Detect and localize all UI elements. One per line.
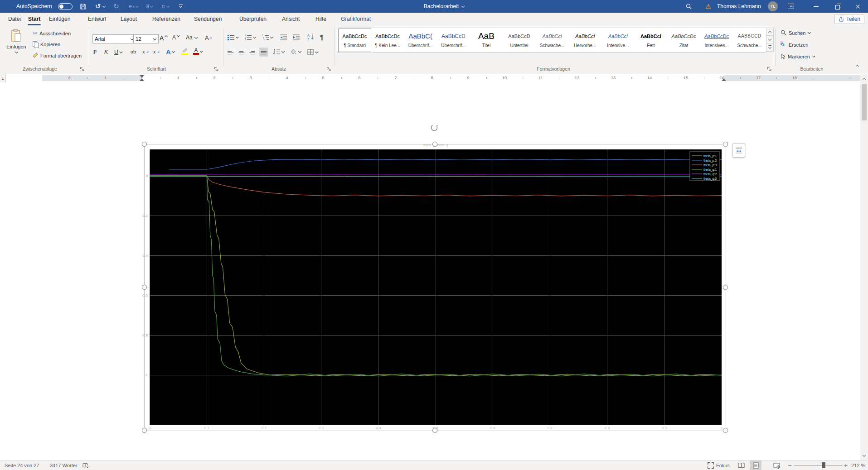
align-right-button[interactable] (249, 49, 255, 55)
share-button[interactable]: Teilen (834, 14, 864, 24)
ribbon-display-options-icon[interactable] (788, 0, 794, 13)
tab-entwurf[interactable]: Entwurf (86, 13, 108, 25)
minimize-button[interactable] (805, 0, 826, 13)
shading-button[interactable] (290, 49, 301, 55)
cut-button[interactable]: ✂Ausschneiden (33, 30, 71, 37)
scroll-up-button[interactable] (860, 75, 868, 82)
styles-dialog-launcher[interactable] (767, 67, 772, 72)
embedded-chart[interactable]: theta_p:1theta_p:2theta_p:3theta_q:1thet… (150, 149, 722, 425)
customize-quick-access-icon[interactable] (179, 0, 183, 13)
font-size-select[interactable]: 12 (133, 34, 159, 43)
underline-button[interactable]: U (114, 49, 122, 55)
style-item-keinlee[interactable]: AaBbCcDc¶ Kein Lee... (371, 29, 404, 52)
tab-grafikformat[interactable]: Grafikformat (339, 13, 373, 25)
selection-handle[interactable] (142, 428, 147, 433)
format-painter-button[interactable]: Format übertragen (33, 53, 82, 58)
document-title[interactable]: Bachelorarbeit (399, 0, 490, 13)
grow-font-button[interactable]: A (160, 34, 168, 42)
web-layout-button[interactable] (771, 460, 782, 470)
tab-ueberpruefen[interactable]: Überprüfen (238, 13, 268, 25)
numbering-button[interactable]: 123 (245, 34, 256, 40)
font-dialog-launcher[interactable] (214, 67, 219, 72)
read-mode-button[interactable] (735, 460, 747, 470)
multilevel-list-button[interactable]: 1ai (262, 34, 273, 40)
shrink-font-button[interactable]: A (172, 34, 180, 41)
save-icon[interactable] (80, 0, 87, 13)
selection-handle[interactable] (432, 428, 437, 433)
selection-handle[interactable] (723, 142, 728, 147)
font-color-button[interactable]: A (193, 48, 203, 55)
print-layout-button[interactable] (750, 460, 761, 470)
find-button[interactable]: Suchen (781, 30, 811, 36)
selection-handle[interactable] (723, 285, 728, 290)
justify-button[interactable] (259, 48, 268, 57)
hanging-indent-marker[interactable] (140, 78, 144, 81)
tab-einfuegen[interactable]: Einfügen (47, 13, 72, 25)
font-name-select[interactable]: Arial (92, 34, 136, 43)
align-center-button[interactable] (238, 49, 244, 55)
scrollbar-thumb[interactable] (862, 84, 867, 120)
selection-handle[interactable] (723, 428, 728, 433)
subscript-button[interactable]: x2 (142, 49, 149, 54)
borders-button[interactable] (307, 49, 318, 55)
text-effects-button[interactable]: A (166, 48, 175, 56)
paste-button[interactable]: Einfügen (5, 29, 28, 54)
tab-sendungen[interactable]: Sendungen (192, 13, 223, 25)
restore-button[interactable] (827, 0, 848, 13)
zoom-out-button[interactable]: − (788, 460, 791, 470)
undo-button[interactable]: ↺ (95, 0, 106, 13)
clear-formatting-button[interactable]: A◊ (205, 34, 212, 41)
highlight-button[interactable] (181, 48, 188, 55)
paragraph-dialog-launcher[interactable] (326, 67, 331, 72)
style-gallery-more-button[interactable] (766, 43, 774, 52)
focus-mode-button[interactable]: Fokus (708, 460, 730, 470)
close-button[interactable] (847, 0, 868, 13)
zoom-slider-thumb[interactable] (822, 462, 825, 468)
proofing-status-icon[interactable] (82, 460, 89, 470)
collapse-ribbon-button[interactable] (856, 64, 859, 67)
show-paragraph-marks-button[interactable]: ¶ (320, 34, 324, 41)
style-item-zitat[interactable]: AaBbCcDcZitat (667, 29, 700, 52)
style-item-untertitel[interactable]: AaBbCcDUntertitel (503, 29, 536, 52)
selection-handle[interactable] (142, 142, 147, 147)
layout-options-button[interactable] (732, 143, 745, 158)
scroll-down-button[interactable] (860, 452, 868, 459)
first-line-indent-marker[interactable] (140, 75, 144, 78)
style-item-intensive[interactable]: AaBbCclIntensive... (601, 29, 635, 52)
horizontal-ruler[interactable]: L 21123456789101112131415161718 (0, 74, 868, 82)
style-item-berschrif[interactable]: AaBbC(Überschrif... (404, 29, 437, 52)
right-indent-marker[interactable] (722, 78, 726, 81)
page-indicator[interactable]: Seite 24 von 27 (5, 460, 39, 470)
style-item-schwache[interactable]: AaBbCclSchwache... (536, 29, 569, 52)
rotate-handle[interactable] (430, 123, 439, 134)
strikethrough-button[interactable]: ab (131, 49, 136, 54)
search-icon[interactable] (685, 0, 692, 13)
bold-button[interactable]: F (93, 49, 97, 55)
user-name[interactable]: Thomas Lehmann (717, 0, 761, 13)
bullets-button[interactable] (228, 34, 239, 40)
avatar[interactable]: TL (768, 0, 778, 13)
tab-start[interactable]: Start (26, 13, 42, 25)
tab-ansicht[interactable]: Ansicht (280, 13, 301, 25)
increase-indent-button[interactable] (293, 34, 300, 40)
align-left-button[interactable] (228, 49, 233, 55)
style-item-intensives[interactable]: AaBbCcDcIntensives... (700, 29, 733, 52)
style-item-hervorhe[interactable]: AaBbCclHervorhe... (568, 29, 601, 52)
replace-button[interactable]: bc⟲ Ersetzen (781, 42, 808, 48)
style-item-schwache[interactable]: AABBCCDSchwache... (733, 29, 766, 52)
zoom-slider[interactable] (794, 460, 842, 470)
italic-button[interactable]: K (104, 49, 108, 55)
zoom-percentage[interactable]: 212 % (851, 460, 865, 470)
warning-icon[interactable]: ⚠ (705, 0, 711, 13)
vertical-scrollbar[interactable] (860, 74, 868, 460)
superscript-button[interactable]: x2 (153, 49, 160, 54)
copy-button[interactable]: Kopieren (33, 41, 60, 47)
change-case-button[interactable]: Aa (186, 34, 198, 41)
tab-layout[interactable]: Layout (119, 13, 139, 25)
selection-handle[interactable] (432, 142, 437, 147)
zoom-in-button[interactable]: + (844, 460, 848, 470)
tab-hilfe[interactable]: Hilfe (314, 13, 328, 25)
selection-handle[interactable] (142, 285, 147, 290)
tab-referenzen[interactable]: Referenzen (150, 13, 182, 25)
tab-datei[interactable]: Datei (6, 13, 23, 25)
